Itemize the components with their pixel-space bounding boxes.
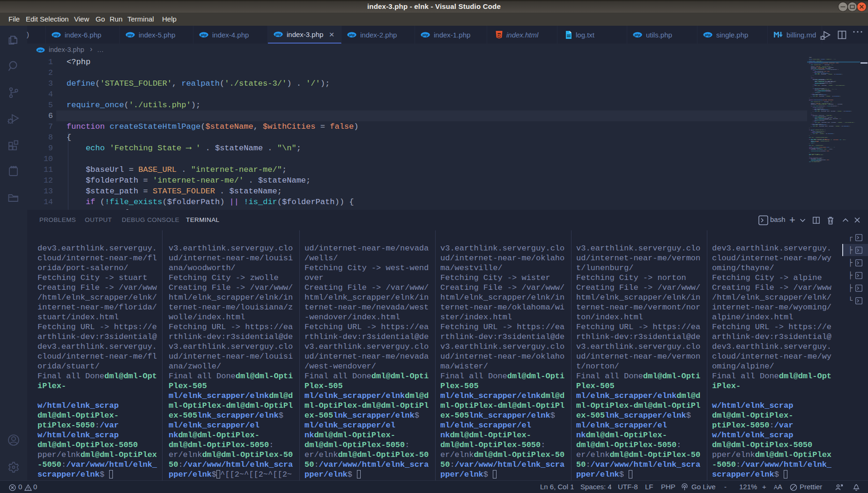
svg-text:php: php [634,33,640,37]
svg-text:php: php [422,33,428,37]
svg-text:php: php [275,32,281,36]
svg-text:php: php [53,33,59,37]
svg-text:php: php [705,33,711,37]
svg-text:php: php [37,48,43,52]
svg-text:php: php [200,33,207,37]
svg-text:php: php [127,33,133,37]
svg-text:php: php [349,33,355,37]
